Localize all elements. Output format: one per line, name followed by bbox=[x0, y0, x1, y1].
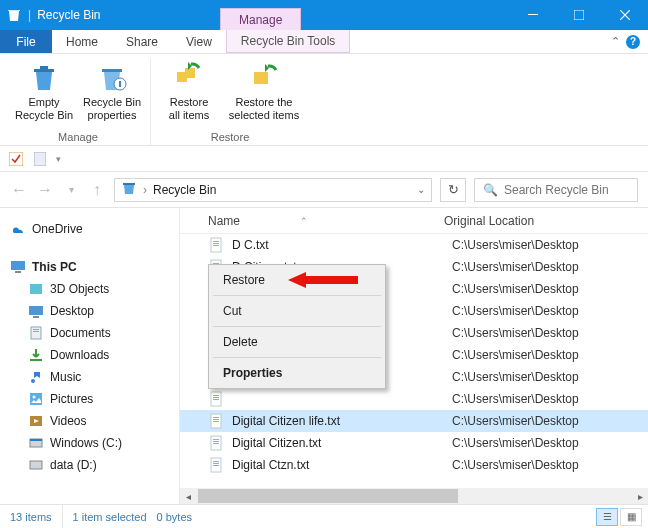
tab-recycle-bin-tools[interactable]: Recycle Bin Tools bbox=[226, 30, 351, 53]
svg-rect-23 bbox=[30, 359, 42, 361]
nav-forward-button[interactable]: → bbox=[36, 181, 54, 199]
nav-history-dropdown[interactable]: ▾ bbox=[62, 184, 80, 195]
file-row[interactable]: C:\Users\miser\Desktop bbox=[180, 388, 648, 410]
breadcrumb-root[interactable]: Recycle Bin bbox=[153, 183, 216, 197]
context-separator bbox=[213, 295, 381, 296]
file-name: Digital Citizen.txt bbox=[232, 436, 452, 450]
folder-icon bbox=[28, 457, 44, 473]
nav-item[interactable]: Pictures bbox=[10, 388, 173, 410]
svg-rect-0 bbox=[528, 14, 538, 15]
restore-selected-items-button[interactable]: Restore the selected items bbox=[225, 58, 303, 121]
svg-rect-73 bbox=[213, 461, 219, 462]
svg-rect-19 bbox=[33, 316, 39, 318]
svg-rect-14 bbox=[123, 183, 135, 185]
text-file-icon bbox=[208, 237, 224, 253]
nav-item[interactable]: data (D:) bbox=[10, 454, 173, 476]
close-button[interactable] bbox=[602, 0, 648, 30]
ribbon-collapse-icon[interactable]: ⌃ bbox=[611, 35, 620, 48]
svg-rect-16 bbox=[15, 271, 21, 273]
file-row[interactable]: Digital Citizen life.txtC:\Users\miser\D… bbox=[180, 410, 648, 432]
svg-rect-15 bbox=[11, 261, 25, 270]
recycle-bin-icon bbox=[6, 7, 22, 23]
recycle-bin-properties-button[interactable]: Recycle Bin properties bbox=[80, 58, 144, 121]
svg-rect-33 bbox=[213, 241, 219, 242]
qat-document-icon[interactable] bbox=[32, 151, 48, 167]
context-delete[interactable]: Delete bbox=[211, 329, 383, 355]
svg-rect-31 bbox=[30, 461, 42, 469]
nav-item-label: Pictures bbox=[50, 392, 93, 406]
restore-all-items-button[interactable]: Restore all items bbox=[157, 58, 221, 121]
navigation-pane: OneDrive This PC 3D ObjectsDesktopDocume… bbox=[0, 208, 180, 504]
nav-up-button[interactable]: ↑ bbox=[88, 181, 106, 199]
svg-rect-4 bbox=[102, 69, 122, 72]
contextual-tab-label: Manage bbox=[220, 8, 301, 30]
svg-rect-22 bbox=[33, 331, 39, 332]
file-row[interactable]: D C.txtC:\Users\miser\Desktop bbox=[180, 234, 648, 256]
nav-item[interactable]: Desktop bbox=[10, 300, 173, 322]
tab-share[interactable]: Share bbox=[112, 30, 172, 53]
file-original-location: C:\Users\miser\Desktop bbox=[452, 458, 648, 472]
empty-bin-icon bbox=[28, 62, 60, 94]
nav-item[interactable]: Documents bbox=[10, 322, 173, 344]
search-input[interactable] bbox=[504, 183, 648, 197]
nav-item[interactable]: Videos bbox=[10, 410, 173, 432]
maximize-button[interactable] bbox=[556, 0, 602, 30]
view-details-button[interactable]: ☰ bbox=[596, 508, 618, 526]
horizontal-scrollbar[interactable]: ◂ ▸ bbox=[180, 488, 648, 504]
nav-item[interactable]: 3D Objects bbox=[10, 278, 173, 300]
svg-rect-25 bbox=[30, 393, 42, 405]
svg-rect-10 bbox=[254, 72, 268, 84]
column-original-location-header[interactable]: Original Location bbox=[444, 214, 648, 228]
address-dropdown-icon[interactable]: ⌄ bbox=[417, 184, 425, 195]
nav-item[interactable]: Downloads bbox=[10, 344, 173, 366]
column-headers[interactable]: Name ⌃ Original Location bbox=[180, 208, 648, 234]
address-bar[interactable]: › Recycle Bin ⌄ bbox=[114, 178, 432, 202]
svg-rect-12 bbox=[9, 152, 23, 166]
svg-rect-63 bbox=[213, 399, 219, 400]
minimize-button[interactable] bbox=[510, 0, 556, 30]
empty-recycle-bin-label: Empty Recycle Bin bbox=[15, 96, 73, 121]
qat-dropdown-icon[interactable]: ▾ bbox=[56, 154, 61, 164]
scroll-left-icon[interactable]: ◂ bbox=[180, 488, 196, 504]
tab-file[interactable]: File bbox=[0, 30, 52, 53]
svg-rect-17 bbox=[30, 284, 42, 294]
empty-recycle-bin-button[interactable]: Empty Recycle Bin bbox=[12, 58, 76, 121]
title-bar: | Recycle Bin Manage bbox=[0, 0, 648, 30]
refresh-button[interactable]: ↻ bbox=[440, 178, 466, 202]
context-cut[interactable]: Cut bbox=[211, 298, 383, 324]
nav-this-pc[interactable]: This PC bbox=[10, 256, 173, 278]
column-name-header[interactable]: Name bbox=[208, 214, 240, 228]
svg-rect-30 bbox=[30, 439, 42, 441]
svg-rect-66 bbox=[213, 419, 219, 420]
view-large-icons-button[interactable]: ▦ bbox=[620, 508, 642, 526]
svg-rect-69 bbox=[213, 439, 219, 440]
status-bar: 13 items 1 item selected 0 bytes ☰ ▦ bbox=[0, 504, 648, 528]
file-original-location: C:\Users\miser\Desktop bbox=[452, 260, 648, 274]
nav-item[interactable]: Music bbox=[10, 366, 173, 388]
file-row[interactable]: Digital Citizen.txtC:\Users\miser\Deskto… bbox=[180, 432, 648, 454]
qat-checkbox-icon[interactable] bbox=[8, 151, 24, 167]
window-title: Recycle Bin bbox=[37, 8, 100, 22]
nav-item-label: Desktop bbox=[50, 304, 94, 318]
nav-item[interactable]: Windows (C:) bbox=[10, 432, 173, 454]
chevron-right-icon: › bbox=[143, 183, 147, 197]
svg-rect-65 bbox=[213, 417, 219, 418]
scrollbar-thumb[interactable] bbox=[198, 489, 458, 503]
svg-rect-74 bbox=[213, 463, 219, 464]
context-properties[interactable]: Properties bbox=[211, 360, 383, 386]
scroll-right-icon[interactable]: ▸ bbox=[632, 488, 648, 504]
text-file-icon bbox=[208, 413, 224, 429]
folder-icon bbox=[28, 347, 44, 363]
svg-rect-75 bbox=[213, 465, 219, 466]
nav-back-button[interactable]: ← bbox=[10, 181, 28, 199]
tab-home[interactable]: Home bbox=[52, 30, 112, 53]
search-box[interactable]: 🔍 bbox=[474, 178, 638, 202]
help-icon[interactable]: ? bbox=[626, 35, 640, 49]
nav-onedrive[interactable]: OneDrive bbox=[10, 218, 173, 240]
restore-all-items-label: Restore all items bbox=[169, 96, 209, 121]
tab-view[interactable]: View bbox=[172, 30, 226, 53]
svg-rect-71 bbox=[213, 443, 219, 444]
file-name: Digital Ctzn.txt bbox=[232, 458, 452, 472]
restore-all-icon bbox=[173, 62, 205, 94]
file-row[interactable]: Digital Ctzn.txtC:\Users\miser\Desktop bbox=[180, 454, 648, 476]
